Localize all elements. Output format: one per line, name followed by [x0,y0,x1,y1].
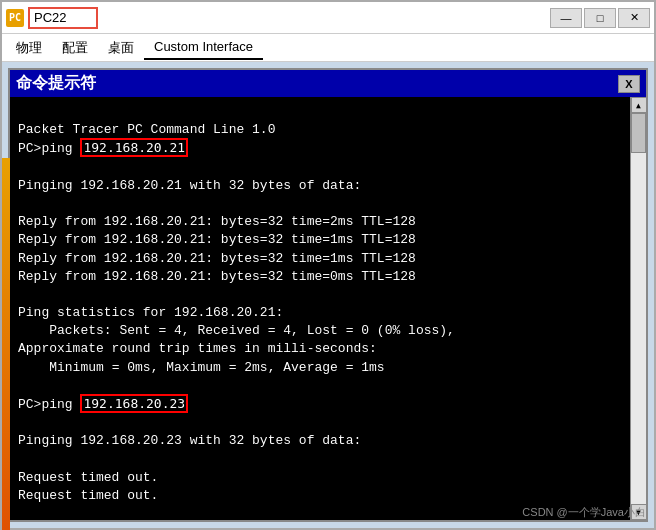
line-minmax: Minimum = 0ms, Maximum = 2ms, Average = … [18,360,385,375]
line-stats-header: Ping statistics for 192.168.20.21: [18,305,283,320]
close-button[interactable]: ✕ [618,8,650,28]
line-reply4: Reply from 192.168.20.21: bytes=32 time=… [18,269,416,284]
icon-label: PC [9,12,21,23]
menu-bar: 物理 配置 桌面 Custom Interface [2,34,654,62]
scrollbar[interactable]: ▲ ▼ [630,97,646,520]
line-ping1-cmd: PC>ping 192.168.20.21 [18,141,188,156]
title-bar: PC — □ ✕ [2,2,654,34]
ping1-address: 192.168.20.21 [80,138,188,157]
line-packets: Packets: Sent = 4, Received = 4, Lost = … [18,323,455,338]
line-reply1: Reply from 192.168.20.21: bytes=32 time=… [18,214,416,229]
scroll-up-arrow[interactable]: ▲ [631,97,647,113]
scroll-track [631,113,646,504]
main-window: PC — □ ✕ 物理 配置 桌面 Custom Interface 命令提示符… [0,0,656,530]
line-timeout2: Request timed out. [18,488,158,503]
cmd-body-wrapper: Packet Tracer PC Command Line 1.0 PC>pin… [10,97,646,520]
line-reply3: Reply from 192.168.20.21: bytes=32 time=… [18,251,416,266]
line-timeout1: Request timed out. [18,470,158,485]
maximize-button[interactable]: □ [584,8,616,28]
menu-config[interactable]: 配置 [52,35,98,61]
menu-custom-interface[interactable]: Custom Interface [144,35,263,60]
minimize-button[interactable]: — [550,8,582,28]
cmd-body[interactable]: Packet Tracer PC Command Line 1.0 PC>pin… [10,97,630,520]
ping2-address: 192.168.20.23 [80,394,188,413]
watermark: CSDN @一个学Java小白 [522,505,646,520]
cmd-window: 命令提示符 X Packet Tracer PC Command Line 1.… [8,68,648,522]
title-input[interactable] [28,7,98,29]
menu-desktop[interactable]: 桌面 [98,35,144,61]
cmd-title-text: 命令提示符 [16,73,618,94]
cmd-close-button[interactable]: X [618,75,640,93]
line-pinging2: Pinging 192.168.20.23 with 32 bytes of d… [18,433,361,448]
content-area: 命令提示符 X Packet Tracer PC Command Line 1.… [2,62,654,528]
window-controls: — □ ✕ [550,8,650,28]
line-reply2: Reply from 192.168.20.21: bytes=32 time=… [18,232,416,247]
menu-physics[interactable]: 物理 [6,35,52,61]
cmd-title-bar: 命令提示符 X [10,70,646,97]
line-ping2-cmd: PC>ping 192.168.20.23 [18,397,188,412]
scroll-thumb[interactable] [631,113,646,153]
line-header: Packet Tracer PC Command Line 1.0 [18,122,275,137]
left-accent-bar [2,158,10,530]
window-icon: PC [6,9,24,27]
line-approx: Approximate round trip times in milli-se… [18,341,377,356]
line-pinging1: Pinging 192.168.20.21 with 32 bytes of d… [18,178,361,193]
